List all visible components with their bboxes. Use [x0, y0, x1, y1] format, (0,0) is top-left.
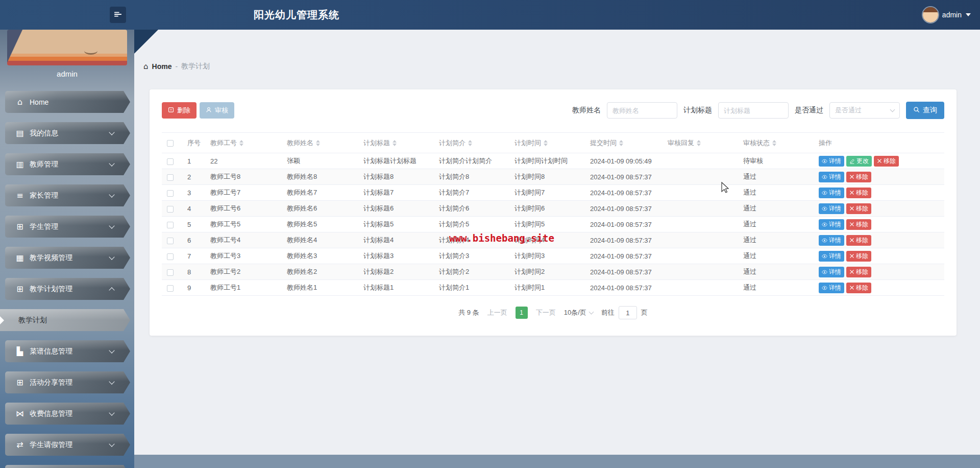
remove-button[interactable]: 移除: [846, 188, 871, 198]
column-header-2[interactable]: 教师工号: [205, 133, 282, 153]
sidebar-item-plan-mgmt[interactable]: ⊞教学计划管理: [5, 278, 130, 300]
sidebar-item-label: 菜谱信息管理: [30, 347, 110, 356]
remove-button[interactable]: 移除: [874, 156, 899, 167]
pass-select[interactable]: 是否通过: [829, 102, 900, 119]
teacher-name-input[interactable]: [607, 102, 677, 119]
detail-button[interactable]: 详情: [819, 172, 844, 182]
remove-button[interactable]: 移除: [846, 219, 871, 230]
detail-button[interactable]: 详情: [819, 251, 844, 262]
sidebar-item-my-info[interactable]: ▤我的信息: [5, 122, 130, 144]
user-menu[interactable]: admin: [923, 0, 971, 30]
goto-page-input[interactable]: [619, 306, 637, 319]
row-checkbox[interactable]: [167, 206, 174, 213]
sidebar-item-fee-mgmt[interactable]: ⋈收费信息管理: [5, 403, 130, 425]
detail-button[interactable]: 详情: [819, 219, 844, 230]
cell: [663, 185, 738, 201]
detail-button[interactable]: 详情: [819, 283, 844, 293]
detail-button[interactable]: 详情: [819, 203, 844, 214]
column-header-label: 计划时间: [514, 139, 541, 147]
close-icon: [849, 285, 854, 290]
page-1-button[interactable]: 1: [516, 307, 528, 319]
search-button[interactable]: 查询: [906, 102, 944, 119]
table-row: 5教师工号5教师姓名5计划标题5计划简介5计划时间52024-01-09 08:…: [162, 217, 944, 232]
sidebar-subitem-teaching-plan[interactable]: 教学计划: [0, 309, 130, 331]
delete-button[interactable]: 删除: [162, 102, 197, 119]
remove-button[interactable]: 移除: [846, 203, 871, 214]
sidebar-item-activity-mgmt[interactable]: ⊞活动分享管理: [5, 371, 130, 393]
remove-button[interactable]: 移除: [846, 283, 871, 293]
cell: 计划时间3: [509, 248, 585, 264]
plan-title-input[interactable]: [718, 102, 789, 119]
row-checkbox[interactable]: [167, 238, 174, 244]
sort-control[interactable]: [772, 140, 776, 146]
sort-control[interactable]: [316, 140, 320, 146]
breadcrumb-home[interactable]: Home: [152, 62, 172, 71]
sort-control[interactable]: [393, 140, 397, 146]
row-checkbox[interactable]: [167, 285, 174, 292]
sort-asc-icon: [316, 140, 320, 143]
audit-button[interactable]: 审核: [200, 102, 234, 119]
column-header-6[interactable]: 计划时间: [509, 133, 585, 153]
sort-control[interactable]: [468, 140, 472, 146]
table-row: 7教师工号3教师姓名3计划标题3计划简介3计划时间32024-01-09 08:…: [162, 248, 944, 264]
detail-button[interactable]: 详情: [819, 267, 844, 277]
row-checkbox[interactable]: [167, 190, 174, 197]
cell: 9: [182, 280, 205, 296]
row-checkbox[interactable]: [167, 269, 174, 276]
eye-icon: [822, 238, 827, 243]
cell: 2024-01-09 08:57:37: [585, 280, 663, 296]
sort-control[interactable]: [239, 140, 243, 146]
row-checkbox[interactable]: [167, 253, 174, 260]
remove-button[interactable]: 移除: [846, 235, 871, 246]
sidebar-item-label: 收费信息管理: [30, 409, 110, 418]
row-checkbox[interactable]: [167, 222, 174, 228]
next-page-button[interactable]: 下一页: [536, 308, 556, 317]
row-actions-cell: 详情移除: [814, 264, 944, 280]
sidebar-item-home[interactable]: ⌂Home: [5, 91, 130, 113]
sidebar-toggle-button[interactable]: [110, 7, 126, 23]
sidebar-item-student-mgmt[interactable]: ⊞学生管理: [5, 216, 130, 238]
cell: 计划简介2: [434, 264, 509, 280]
cell: 3: [182, 185, 205, 201]
row-checkbox[interactable]: [167, 158, 174, 165]
remove-button[interactable]: 移除: [846, 267, 871, 277]
detail-button[interactable]: 详情: [819, 235, 844, 246]
row-checkbox[interactable]: [167, 174, 174, 181]
column-header-3[interactable]: 教师姓名: [282, 133, 358, 153]
detail-button[interactable]: 详情: [819, 156, 844, 167]
sidebar-item-recipe-mgmt[interactable]: ▙菜谱信息管理: [5, 340, 130, 362]
sidebar-item-parent-mgmt[interactable]: ≡家长管理: [5, 184, 130, 206]
close-icon: [849, 222, 854, 227]
column-header-4[interactable]: 计划标题: [358, 133, 434, 153]
edit-button[interactable]: 更改: [846, 156, 872, 167]
sidebar-item-leave-mgmt[interactable]: ⇄学生请假管理: [5, 434, 130, 456]
sort-control[interactable]: [619, 140, 623, 146]
remove-button[interactable]: 移除: [846, 172, 871, 182]
prev-page-button[interactable]: 上一页: [487, 308, 507, 317]
close-icon: [877, 158, 882, 163]
sidebar-item-video-mgmt[interactable]: ▦教学视频管理: [5, 247, 130, 269]
sort-control[interactable]: [697, 140, 701, 146]
cell: 计划标题8: [358, 169, 434, 185]
column-header-9[interactable]: 审核状态: [738, 133, 814, 153]
sidebar-item-teacher-mgmt[interactable]: ▥教师管理: [5, 153, 130, 175]
cell: 教师姓名6: [282, 201, 358, 217]
column-header-5[interactable]: 计划简介: [434, 133, 509, 153]
person-icon: [206, 107, 212, 114]
grid-icon: ⊞: [14, 222, 26, 231]
column-header-8[interactable]: 审核回复: [663, 133, 738, 153]
detail-button[interactable]: 详情: [819, 188, 844, 198]
page-size-select[interactable]: 10条/页: [564, 308, 593, 317]
cell: 教师工号5: [205, 217, 282, 232]
cell: 通过: [738, 201, 814, 217]
column-header-7[interactable]: 提交时间: [585, 133, 663, 153]
remove-button[interactable]: 移除: [846, 251, 871, 262]
cell: 7: [182, 248, 205, 264]
sort-control[interactable]: [544, 140, 548, 146]
cell: [663, 264, 738, 280]
cell: 计划时间计划时间: [509, 153, 585, 169]
sort-desc-icon: [316, 144, 320, 146]
sidebar-item-feedback-mgmt[interactable]: ⊞教学反馈管理: [5, 465, 130, 468]
sort-asc-icon: [393, 140, 397, 143]
select-all-checkbox[interactable]: [167, 140, 174, 147]
